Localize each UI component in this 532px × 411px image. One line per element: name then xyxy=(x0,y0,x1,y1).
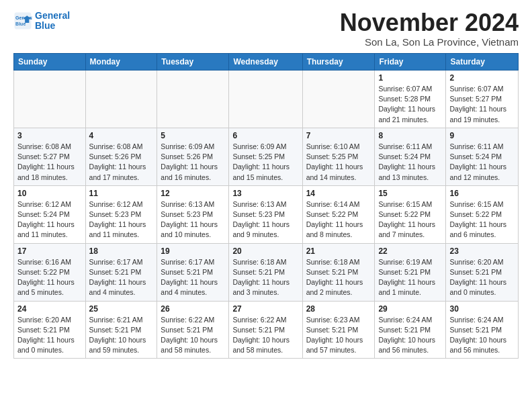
day-number: 1 xyxy=(378,73,442,83)
calendar-cell: 17Sunrise: 6:16 AM Sunset: 5:22 PM Dayli… xyxy=(14,243,86,301)
day-detail: Sunrise: 6:08 AM Sunset: 5:26 PM Dayligh… xyxy=(89,142,154,183)
day-number: 15 xyxy=(378,189,442,198)
page-header: General Blue General Blue November 2024 … xyxy=(13,11,519,48)
logo-line1: General xyxy=(35,10,70,21)
calendar-cell: 22Sunrise: 6:19 AM Sunset: 5:21 PM Dayli… xyxy=(375,243,446,301)
day-number: 16 xyxy=(449,189,515,198)
weekday-header-sunday: Sunday xyxy=(14,54,86,71)
day-detail: Sunrise: 6:22 AM Sunset: 5:21 PM Dayligh… xyxy=(232,315,298,356)
logo: General Blue General Blue xyxy=(13,11,70,32)
day-detail: Sunrise: 6:17 AM Sunset: 5:21 PM Dayligh… xyxy=(161,257,225,298)
logo-text: General Blue xyxy=(35,11,70,32)
calendar-cell: 11Sunrise: 6:12 AM Sunset: 5:23 PM Dayli… xyxy=(85,185,157,243)
day-number: 29 xyxy=(378,304,442,314)
title-block: November 2024 Son La, Son La Province, V… xyxy=(340,11,519,48)
day-number: 17 xyxy=(17,246,82,256)
calendar-cell: 7Sunrise: 6:10 AM Sunset: 5:25 PM Daylig… xyxy=(302,128,375,185)
day-number: 26 xyxy=(161,304,225,314)
day-number: 21 xyxy=(306,246,371,256)
day-detail: Sunrise: 6:20 AM Sunset: 5:21 PM Dayligh… xyxy=(17,315,82,356)
weekday-header-tuesday: Tuesday xyxy=(157,54,229,71)
day-number: 14 xyxy=(306,189,371,198)
day-number: 11 xyxy=(89,189,154,198)
logo-line2: Blue xyxy=(35,20,55,31)
calendar-cell: 12Sunrise: 6:13 AM Sunset: 5:23 PM Dayli… xyxy=(157,185,229,243)
month-title: November 2024 xyxy=(340,11,519,35)
day-detail: Sunrise: 6:11 AM Sunset: 5:24 PM Dayligh… xyxy=(449,142,515,183)
day-number: 13 xyxy=(232,189,298,198)
weekday-header-wednesday: Wednesday xyxy=(229,54,302,71)
calendar-cell: 3Sunrise: 6:08 AM Sunset: 5:27 PM Daylig… xyxy=(14,128,86,185)
day-detail: Sunrise: 6:07 AM Sunset: 5:28 PM Dayligh… xyxy=(378,84,442,125)
day-detail: Sunrise: 6:24 AM Sunset: 5:21 PM Dayligh… xyxy=(378,315,442,356)
calendar-cell xyxy=(302,71,375,128)
day-detail: Sunrise: 6:22 AM Sunset: 5:21 PM Dayligh… xyxy=(161,315,225,356)
day-number: 9 xyxy=(449,131,515,140)
location-subtitle: Son La, Son La Province, Vietnam xyxy=(340,36,519,48)
calendar-cell xyxy=(229,71,302,128)
day-number: 28 xyxy=(306,304,371,314)
calendar-cell: 30Sunrise: 6:24 AM Sunset: 5:21 PM Dayli… xyxy=(446,301,519,359)
calendar-cell xyxy=(157,71,229,128)
calendar-cell: 21Sunrise: 6:18 AM Sunset: 5:21 PM Dayli… xyxy=(302,243,375,301)
day-number: 23 xyxy=(449,246,515,256)
day-number: 18 xyxy=(89,246,154,256)
day-detail: Sunrise: 6:11 AM Sunset: 5:24 PM Dayligh… xyxy=(378,142,442,183)
calendar-cell: 9Sunrise: 6:11 AM Sunset: 5:24 PM Daylig… xyxy=(446,128,519,185)
day-detail: Sunrise: 6:19 AM Sunset: 5:21 PM Dayligh… xyxy=(378,257,442,298)
week-row-1: 1Sunrise: 6:07 AM Sunset: 5:28 PM Daylig… xyxy=(14,71,519,128)
day-detail: Sunrise: 6:15 AM Sunset: 5:22 PM Dayligh… xyxy=(378,199,442,240)
weekday-header-saturday: Saturday xyxy=(446,54,519,71)
calendar-table: SundayMondayTuesdayWednesdayThursdayFrid… xyxy=(13,53,519,359)
calendar-cell: 6Sunrise: 6:09 AM Sunset: 5:25 PM Daylig… xyxy=(229,128,302,185)
calendar-cell: 20Sunrise: 6:18 AM Sunset: 5:21 PM Dayli… xyxy=(229,243,302,301)
day-number: 3 xyxy=(17,131,82,140)
week-row-3: 10Sunrise: 6:12 AM Sunset: 5:24 PM Dayli… xyxy=(14,185,519,243)
day-detail: Sunrise: 6:09 AM Sunset: 5:26 PM Dayligh… xyxy=(161,142,225,183)
day-detail: Sunrise: 6:08 AM Sunset: 5:27 PM Dayligh… xyxy=(17,142,82,183)
day-number: 20 xyxy=(232,246,298,256)
day-detail: Sunrise: 6:20 AM Sunset: 5:21 PM Dayligh… xyxy=(449,257,515,298)
calendar-cell: 18Sunrise: 6:17 AM Sunset: 5:21 PM Dayli… xyxy=(85,243,157,301)
day-number: 7 xyxy=(306,131,371,140)
day-number: 8 xyxy=(378,131,442,140)
day-number: 24 xyxy=(17,304,82,314)
day-number: 30 xyxy=(449,304,515,314)
calendar-cell: 16Sunrise: 6:15 AM Sunset: 5:22 PM Dayli… xyxy=(446,185,519,243)
calendar-cell: 13Sunrise: 6:13 AM Sunset: 5:23 PM Dayli… xyxy=(229,185,302,243)
logo-icon: General Blue xyxy=(13,11,32,30)
day-number: 22 xyxy=(378,246,442,256)
day-number: 10 xyxy=(17,189,82,198)
day-detail: Sunrise: 6:13 AM Sunset: 5:23 PM Dayligh… xyxy=(161,199,225,240)
calendar-cell xyxy=(85,71,157,128)
day-number: 12 xyxy=(161,189,225,198)
day-detail: Sunrise: 6:16 AM Sunset: 5:22 PM Dayligh… xyxy=(17,257,82,298)
calendar-cell: 14Sunrise: 6:14 AM Sunset: 5:22 PM Dayli… xyxy=(302,185,375,243)
calendar-cell: 1Sunrise: 6:07 AM Sunset: 5:28 PM Daylig… xyxy=(375,71,446,128)
calendar-cell: 23Sunrise: 6:20 AM Sunset: 5:21 PM Dayli… xyxy=(446,243,519,301)
day-detail: Sunrise: 6:24 AM Sunset: 5:21 PM Dayligh… xyxy=(449,315,515,356)
day-detail: Sunrise: 6:09 AM Sunset: 5:25 PM Dayligh… xyxy=(232,142,298,183)
week-row-2: 3Sunrise: 6:08 AM Sunset: 5:27 PM Daylig… xyxy=(14,128,519,185)
weekday-header-row: SundayMondayTuesdayWednesdayThursdayFrid… xyxy=(14,54,519,71)
calendar-cell: 24Sunrise: 6:20 AM Sunset: 5:21 PM Dayli… xyxy=(14,301,86,359)
day-detail: Sunrise: 6:10 AM Sunset: 5:25 PM Dayligh… xyxy=(306,142,371,183)
svg-text:Blue: Blue xyxy=(15,21,26,26)
day-detail: Sunrise: 6:07 AM Sunset: 5:27 PM Dayligh… xyxy=(449,84,515,125)
calendar-cell: 29Sunrise: 6:24 AM Sunset: 5:21 PM Dayli… xyxy=(375,301,446,359)
calendar-cell: 8Sunrise: 6:11 AM Sunset: 5:24 PM Daylig… xyxy=(375,128,446,185)
week-row-5: 24Sunrise: 6:20 AM Sunset: 5:21 PM Dayli… xyxy=(14,301,519,359)
day-detail: Sunrise: 6:17 AM Sunset: 5:21 PM Dayligh… xyxy=(89,257,154,298)
day-number: 4 xyxy=(89,131,154,140)
day-number: 19 xyxy=(161,246,225,256)
weekday-header-monday: Monday xyxy=(85,54,157,71)
week-row-4: 17Sunrise: 6:16 AM Sunset: 5:22 PM Dayli… xyxy=(14,243,519,301)
calendar-cell: 5Sunrise: 6:09 AM Sunset: 5:26 PM Daylig… xyxy=(157,128,229,185)
calendar-cell: 4Sunrise: 6:08 AM Sunset: 5:26 PM Daylig… xyxy=(85,128,157,185)
day-number: 27 xyxy=(232,304,298,314)
calendar-cell: 27Sunrise: 6:22 AM Sunset: 5:21 PM Dayli… xyxy=(229,301,302,359)
calendar-cell: 28Sunrise: 6:23 AM Sunset: 5:21 PM Dayli… xyxy=(302,301,375,359)
calendar-cell: 2Sunrise: 6:07 AM Sunset: 5:27 PM Daylig… xyxy=(446,71,519,128)
weekday-header-friday: Friday xyxy=(375,54,446,71)
day-detail: Sunrise: 6:23 AM Sunset: 5:21 PM Dayligh… xyxy=(306,315,371,356)
